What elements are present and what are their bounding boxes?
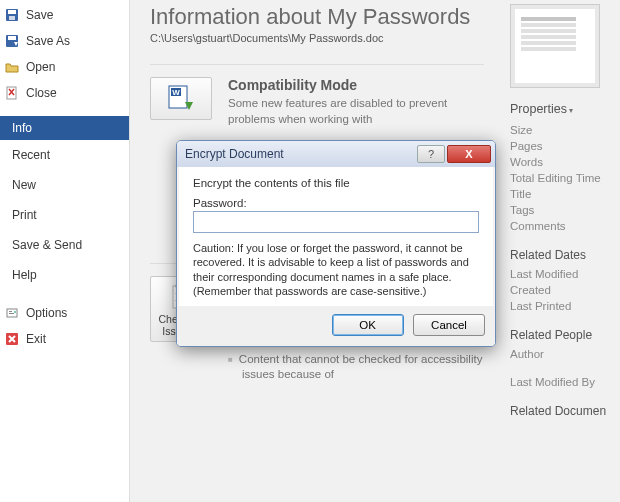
exit-label: Exit: [26, 332, 46, 346]
dialog-help-button[interactable]: ?: [417, 145, 445, 163]
password-label: Password:: [193, 197, 479, 209]
cancel-button[interactable]: Cancel: [413, 314, 485, 336]
compat-text: Some new features are disabled to preven…: [228, 96, 484, 127]
prop-author: Author: [510, 346, 620, 362]
document-thumbnail[interactable]: [510, 4, 600, 88]
svg-rect-2: [9, 16, 15, 20]
svg-rect-8: [9, 313, 14, 314]
recent-tab[interactable]: Recent: [0, 140, 129, 170]
ok-button[interactable]: OK: [332, 314, 404, 336]
dialog-titlebar[interactable]: Encrypt Document ? X: [177, 141, 495, 167]
compatibility-section: W Compatibility Mode Some new features a…: [150, 64, 484, 143]
dialog-intro: Encrypt the contents of this file: [193, 177, 479, 189]
save-as-cmd[interactable]: Save As: [0, 28, 129, 54]
prop-pages: Pages: [510, 138, 620, 154]
prop-editing-time: Total Editing Time: [510, 170, 620, 186]
prop-words: Words: [510, 154, 620, 170]
properties-panel: Properties Size Pages Words Total Editin…: [500, 0, 620, 502]
share-bullet-3: Content that cannot be checked for acces…: [228, 352, 484, 383]
related-people-header: Related People: [510, 328, 620, 342]
options-cmd[interactable]: Options: [0, 300, 129, 326]
help-tab[interactable]: Help: [0, 260, 129, 290]
prop-title: Title: [510, 186, 620, 202]
page-title: Information about My Passwords: [150, 4, 484, 30]
close-cmd[interactable]: Close: [0, 80, 129, 106]
save-send-tab[interactable]: Save & Send: [0, 230, 129, 260]
new-tab[interactable]: New: [0, 170, 129, 200]
related-documents-header: Related Documen: [510, 404, 620, 418]
save-label: Save: [26, 8, 53, 22]
svg-point-9: [14, 311, 16, 313]
close-label: Close: [26, 86, 57, 100]
prop-last-modified: Last Modified: [510, 266, 620, 282]
print-tab[interactable]: Print: [0, 200, 129, 230]
password-input[interactable]: [193, 211, 479, 233]
encrypt-document-dialog: Encrypt Document ? X Encrypt the content…: [176, 140, 496, 347]
prop-last-printed: Last Printed: [510, 298, 620, 314]
prop-created: Created: [510, 282, 620, 298]
save-as-label: Save As: [26, 34, 70, 48]
prop-size: Size: [510, 122, 620, 138]
open-cmd[interactable]: Open: [0, 54, 129, 80]
dialog-title: Encrypt Document: [185, 147, 284, 161]
save-as-icon: [4, 33, 20, 49]
convert-button[interactable]: W: [150, 77, 212, 120]
properties-header[interactable]: Properties: [510, 102, 620, 116]
save-icon: [4, 7, 20, 23]
svg-rect-4: [8, 36, 16, 40]
open-label: Open: [26, 60, 55, 74]
svg-text:W: W: [172, 88, 180, 97]
prop-tags: Tags: [510, 202, 620, 218]
svg-rect-1: [8, 10, 16, 14]
exit-icon: [4, 331, 20, 347]
dialog-close-button[interactable]: X: [447, 145, 491, 163]
prop-comments: Comments: [510, 218, 620, 234]
document-path: C:\Users\gstuart\Documents\My Passwords.…: [150, 32, 484, 44]
word-convert-icon: W: [167, 84, 195, 112]
options-icon: [4, 305, 20, 321]
dialog-caution: Caution: If you lose or forget the passw…: [193, 241, 479, 298]
info-tab[interactable]: Info: [0, 116, 129, 140]
close-icon: [4, 85, 20, 101]
backstage-sidebar: Save Save As Open Close Info Recent New …: [0, 0, 130, 502]
open-icon: [4, 59, 20, 75]
exit-cmd[interactable]: Exit: [0, 326, 129, 352]
save-cmd[interactable]: Save: [0, 2, 129, 28]
compat-heading: Compatibility Mode: [228, 77, 484, 93]
info-label: Info: [12, 121, 32, 135]
prop-last-modified-by: Last Modified By: [510, 374, 620, 390]
options-label: Options: [26, 306, 67, 320]
related-dates-header: Related Dates: [510, 248, 620, 262]
svg-rect-7: [9, 311, 12, 312]
